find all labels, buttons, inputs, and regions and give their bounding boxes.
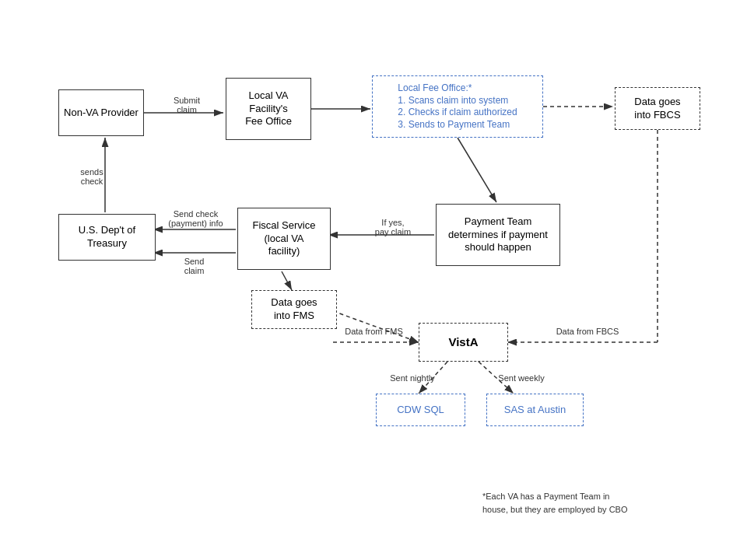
non-va-provider-label: Non-VA Provider: [64, 107, 139, 120]
payment-team-box: Payment Teamdetermines if paymentshould …: [436, 204, 560, 266]
local-fee-office-detail-box: Local Fee Office:*1. Scans claim into sy…: [372, 75, 543, 138]
data-from-fms-label: Data from FMS: [333, 327, 415, 336]
data-fms-box: Data goesinto FMS: [251, 290, 337, 329]
local-fee-office-detail-label: Local Fee Office:*1. Scans claim into sy…: [398, 82, 517, 131]
data-fbcs-box: Data goesinto FBCS: [615, 87, 700, 130]
us-treasury-label: U.S. Dep't ofTreasury: [79, 224, 135, 250]
send-claim-label: Sendclaim: [165, 257, 223, 275]
cdw-sql-label: CDW SQL: [397, 404, 444, 417]
submit-claim-label: Submitclaim: [156, 96, 218, 114]
svg-line-10: [282, 271, 292, 290]
fiscal-service-box: Fiscal Service(local VAfacility): [237, 208, 331, 270]
data-from-fbcs-label: Data from FBCS: [545, 327, 630, 336]
local-va-fee-office-box: Local VAFacility'sFee Office: [226, 78, 311, 140]
sas-austin-label: SAS at Austin: [504, 404, 566, 417]
if-yes-pay-label: If yes,pay claim: [362, 218, 424, 236]
svg-line-5: [458, 138, 496, 202]
local-va-fee-office-label: Local VAFacility'sFee Office: [245, 89, 292, 129]
data-fms-label: Data goesinto FMS: [271, 296, 317, 323]
sends-check-label: sendscheck: [68, 167, 115, 186]
vista-box: VistA: [419, 323, 508, 362]
sas-austin-box: SAS at Austin: [486, 394, 584, 426]
footnote: *Each VA has a Payment Team inhouse, but…: [482, 490, 700, 516]
non-va-provider-box: Non-VA Provider: [58, 89, 144, 136]
fiscal-service-label: Fiscal Service(local VAfacility): [253, 219, 316, 259]
us-treasury-box: U.S. Dep't ofTreasury: [58, 214, 156, 261]
vista-label: VistA: [448, 334, 478, 350]
data-fbcs-label: Data goesinto FBCS: [634, 96, 680, 122]
sent-weekly-label: Sent weekly: [490, 373, 552, 383]
sent-nightly-label: Sent nightly: [381, 373, 444, 383]
send-check-payment-label: Send check(payment) info: [159, 209, 233, 228]
payment-team-label: Payment Teamdetermines if paymentshould …: [448, 215, 548, 255]
cdw-sql-box: CDW SQL: [376, 394, 465, 426]
